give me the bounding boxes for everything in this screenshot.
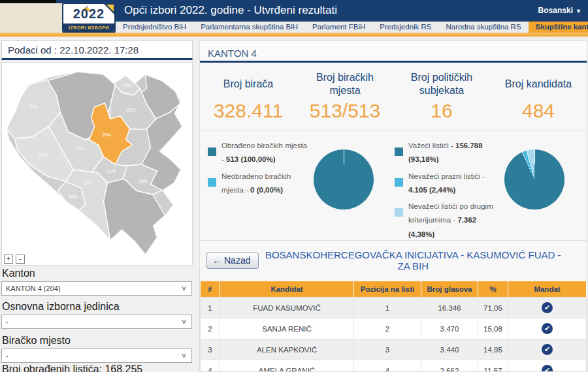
bih-map-svg[interactable]: 201 202 203 204 205 206 207 208 209 210 [5,67,190,257]
map-zoom-out-button[interactable]: - [16,255,25,264]
nav-parlament-fbih[interactable]: Parlament FBiH [305,22,372,33]
processed-ballots-text: Broj obrađenih listića: 168.255 [2,364,142,372]
stat-kandidata: Broj kandidata 484 [490,70,587,122]
legend-item: Neobrađeno biračkih mjesta - 0 (0,00%) [208,170,308,198]
map-label-202: 202 [123,82,133,88]
data-timestamp: Podaci od : 22.10.2022. 17:28 [1,40,193,60]
polling-stations-legend: Obrađeno biračkih mjesta - 513 (100,00%)… [208,139,308,235]
legend-item: Nevažeći listići po drugim kriterijumima… [395,200,499,241]
legend-item: Važeći listići - 156.788 (93,18%) [395,139,499,167]
legend-item: Nevažeći prazni listići - 4.105 (2,44%) [395,170,499,198]
logo-subtitle: IZBORI ИЗБОРИ [63,23,114,32]
map-label-210: 210 [39,152,48,158]
mandate-check-icon [542,302,553,313]
region-title: KANTON 4 [200,41,587,63]
kanton-filter-label: Kanton [2,268,35,279]
results-panel: KANTON 4 Broj birača 328.411 Broj biračk… [199,40,587,372]
col-kandidat[interactable]: Kandidat [220,281,354,298]
biracko-mjesto-select[interactable]: - [1,349,192,363]
biracko-mjesto-filter-label: Biračko mjesto [2,335,71,347]
map-label-206: 206 [76,146,85,151]
party-header-row: Nazad BOSANSKOHERCEGOVAČKA INICIJATIVA -… [200,241,587,279]
map-label-209: 209 [107,168,116,174]
legend-swatch-processed [208,147,216,156]
summary-stats: Broj birača 328.411 Broj biračkih mjesta… [200,63,587,131]
charts-section: Obrađeno biračkih mjesta - 513 (100,00%)… [200,131,587,241]
stat-politickih-subjekata: Broj političkih subjekata 16 [393,70,490,122]
language-selector[interactable]: Bosanski [538,6,580,15]
nav-skupstine-kantona-fbih[interactable]: Skupštine kantona u FBiH [529,22,588,33]
flag-triangle-inner-icon [106,5,114,12]
map-label-207: 207 [84,180,93,186]
cantons-map: 201 202 203 204 205 206 207 208 209 210 … [1,62,193,266]
col-mandat[interactable]: Mandat [508,281,587,298]
kanton-select[interactable]: KANTON 4 (204) [1,281,192,296]
col-glasova[interactable]: Broj glasova [421,281,478,298]
map-label-204: 204 [103,132,112,138]
stat-birackih-mjesta: Broj biračkih mjesta 513/513 [297,70,393,122]
table-row[interactable]: 1 FUAD KASUMOVIĆ 1 16.346 71,05 [201,298,587,318]
mandate-check-icon [542,365,553,372]
mandate-check-icon [542,344,553,355]
col-number[interactable]: # [201,281,220,298]
header-left-filler [0,3,63,33]
nav-predsjednik-rs[interactable]: Predsjednik RS [372,22,438,33]
party-title: BOSANSKOHERCEGOVAČKA INICIJATIVA - KASUM… [259,249,580,271]
main-navigation: Predsjedništvo BiH Parlamentarna skupšti… [116,22,588,33]
ballots-legend: Važeći listići - 156.788 (93,18%) Nevaže… [395,139,499,235]
nav-predsjednistvo-bih[interactable]: Predsjedništvo BiH [116,22,193,33]
mandate-check-icon [542,323,553,334]
col-pozicija[interactable]: Pozicija na listi [354,281,421,298]
header-left-strip [0,0,56,3]
back-button[interactable]: Nazad [206,253,259,269]
legend-swatch-invalid-other [395,208,403,217]
legend-item: Obrađeno biračkih mjesta - 513 (100,00%) [208,139,308,167]
ballots-pie-chart [504,149,564,209]
col-percent[interactable]: % [478,281,508,298]
polling-stations-pie-chart [314,149,374,209]
legend-swatch-valid [395,147,403,156]
table-row[interactable]: 2 SANJA RENIĆ 2 3.470 15,08 [201,318,587,339]
izborna-jedinica-select[interactable]: - [1,315,192,329]
table-row[interactable]: 3 ALEN KAPKOVIĆ 3 3.440 14,95 [201,339,587,360]
nav-narodna-skupstina-rs[interactable]: Narodna skupština RS [439,22,529,33]
accent-strip [0,33,588,37]
stat-broj-biraca: Broj birača 328.411 [200,70,297,122]
izborna-jedinica-filter-label: Osnovna izborna jedinica [2,301,120,313]
legend-swatch-invalid-blank [395,178,403,187]
page-title: Opći izbori 2022. godine - Utvrđeni rezu… [124,4,337,17]
table-header-row: # Kandidat Pozicija na listi Broj glasov… [201,281,587,298]
map-label-205: 205 [139,178,148,184]
table-row[interactable]: 4 AMELA GRANIĆ 4 2.662 11,57 [201,360,587,372]
map-label-201: 201 [29,104,39,110]
candidates-table: # Kandidat Pozicija na listi Broj glasov… [200,281,587,372]
elections-2022-logo: ✍ 2022 IZBORI ИЗБОРИ [62,3,116,33]
nav-parlamentarna-skupstina-bih[interactable]: Parlamentarna skupština BiH [193,22,305,33]
map-label-203: 203 [127,107,136,113]
map-label-208: 208 [69,194,78,200]
header: Opći izbori 2022. godine - Utvrđeni rezu… [0,0,588,37]
map-zoom-in-button[interactable]: + [4,255,13,264]
legend-swatch-unprocessed [208,178,216,187]
